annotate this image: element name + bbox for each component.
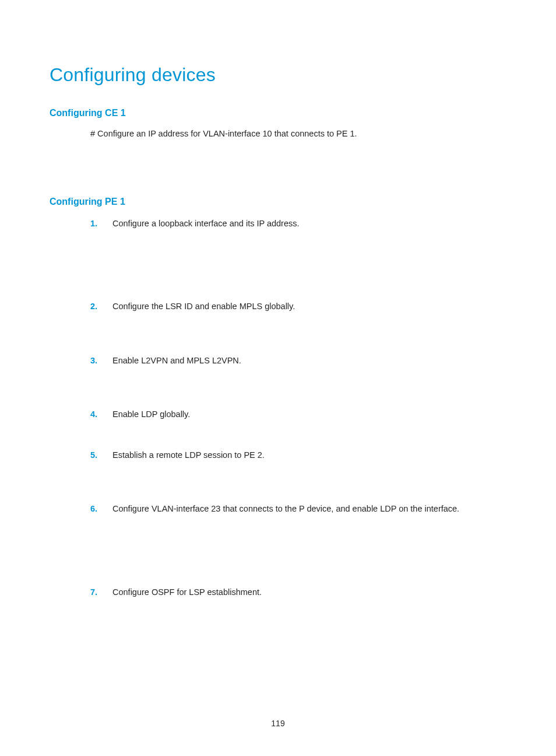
list-item: 4. Enable LDP globally. xyxy=(90,408,506,420)
list-item: 7. Configure OSPF for LSP establishment. xyxy=(90,586,506,598)
comment-line: # Configure an IP address for VLAN-inter… xyxy=(90,129,506,138)
list-text: Configure the LSR ID and enable MPLS glo… xyxy=(112,300,295,312)
list-text: Configure OSPF for LSP establishment. xyxy=(112,586,262,598)
list-number: 3. xyxy=(90,356,112,365)
list-item: 3. Enable L2VPN and MPLS L2VPN. xyxy=(90,355,506,366)
list-text: Configure a loopback interface and its I… xyxy=(112,218,300,229)
page-number: 119 xyxy=(0,719,556,728)
list-item: 5. Establish a remote LDP session to PE … xyxy=(90,449,506,461)
list-item: 1. Configure a loopback interface and it… xyxy=(90,218,506,229)
list-number: 4. xyxy=(90,410,112,419)
list-text: Enable L2VPN and MPLS L2VPN. xyxy=(112,355,241,366)
section-heading-pe1: Configuring PE 1 xyxy=(50,197,506,207)
list-item: 2. Configure the LSR ID and enable MPLS … xyxy=(90,300,506,312)
section-ce1: Configuring CE 1 # Configure an IP addre… xyxy=(50,108,506,138)
list-text: Establish a remote LDP session to PE 2. xyxy=(112,449,265,461)
list-text: Enable LDP globally. xyxy=(112,408,190,420)
list-number: 6. xyxy=(90,504,112,513)
list-item: 6. Configure VLAN-interface 23 that conn… xyxy=(90,503,506,514)
list-text: Configure VLAN-interface 23 that connect… xyxy=(112,503,459,514)
list-number: 1. xyxy=(90,219,112,228)
list-number: 2. xyxy=(90,302,112,311)
page-title: Configuring devices xyxy=(50,64,506,86)
list-number: 5. xyxy=(90,450,112,460)
list-number: 7. xyxy=(90,587,112,597)
section-heading-ce1: Configuring CE 1 xyxy=(50,108,506,118)
section-pe1: Configuring PE 1 1. Configure a loopback… xyxy=(50,197,506,598)
